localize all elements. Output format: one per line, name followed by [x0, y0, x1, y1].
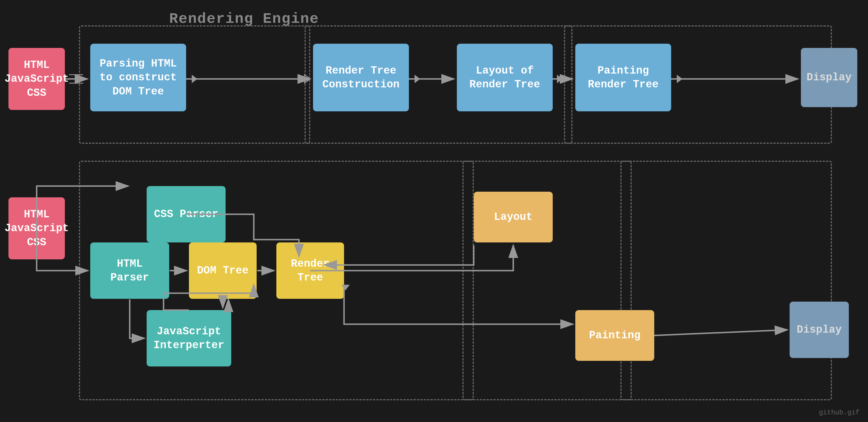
display-top-node: Display	[801, 48, 857, 107]
bottom-section-3	[620, 161, 832, 400]
parsing-html-node: Parsing HTML to construct DOM Tree	[90, 44, 186, 111]
layout-render-tree-node: Layout of Render Tree	[457, 44, 553, 111]
painting-node: Painting	[575, 310, 654, 361]
display-bottom-node: Display	[789, 302, 849, 358]
dom-tree-node: DOM Tree	[189, 242, 257, 299]
html-js-css-bottom: HTML JavaScript CSS	[8, 197, 65, 259]
html-js-css-top: HTML JavaScript CSS	[8, 48, 65, 110]
js-interpreter-node: JavaScript Interperter	[147, 310, 231, 366]
main-title: Rendering Engine	[169, 11, 319, 27]
render-tree-construction-node: Render Tree Construction	[313, 44, 409, 111]
html-parser-node: HTML Parser	[90, 242, 169, 299]
diagram-container: Rendering Engine HTML JavaScript CSS Par…	[0, 0, 868, 422]
layout-node: Layout	[474, 192, 553, 242]
watermark: github.gif	[819, 409, 860, 416]
render-tree-node: Render Tree	[276, 242, 344, 299]
css-parser-node: CSS Parser	[147, 186, 226, 242]
painting-render-tree-node: Painting Render Tree	[575, 44, 671, 111]
